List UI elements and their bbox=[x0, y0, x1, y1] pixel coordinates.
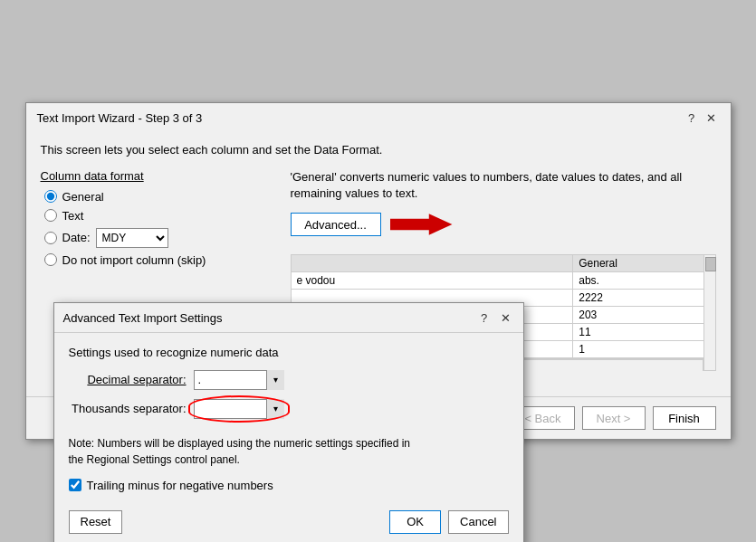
vertical-scrollbar[interactable] bbox=[703, 254, 716, 371]
general-description: 'General' converts numeric values to num… bbox=[291, 169, 716, 202]
adv-note: Note: Numbers will be displayed using th… bbox=[69, 435, 413, 468]
wizard-title: Text Import Wizard - Step 3 of 3 bbox=[37, 111, 203, 125]
date-label: Date: bbox=[62, 231, 91, 244]
ok-button[interactable]: OK bbox=[389, 510, 441, 534]
reset-button[interactable]: Reset bbox=[69, 510, 123, 534]
titlebar-controls: ? ✕ bbox=[684, 110, 720, 127]
next-button[interactable]: Next > bbox=[582, 406, 646, 430]
general-radio[interactable] bbox=[44, 190, 57, 203]
help-button[interactable]: ? bbox=[684, 110, 700, 127]
table-cell: 1 bbox=[573, 341, 715, 358]
radio-skip: Do not import column (skip) bbox=[44, 253, 276, 267]
thousands-separator-row: Thousands separator: ▾ bbox=[69, 399, 509, 419]
table-cell: 2222 bbox=[573, 290, 715, 307]
skip-label: Do not import column (skip) bbox=[62, 253, 206, 267]
adv-fields-section: Decimal separator: ▾ Thousands separator… bbox=[69, 370, 509, 428]
advanced-row: Advanced... bbox=[291, 211, 716, 238]
radio-date: Date: MDY DMY YMD MYD DYM YDM bbox=[44, 228, 276, 248]
scrollbar-thumb bbox=[705, 257, 716, 271]
close-button[interactable]: ✕ bbox=[703, 110, 720, 127]
table-cell: e vodou bbox=[291, 272, 573, 290]
trailing-minus-checkbox[interactable] bbox=[69, 479, 81, 491]
finish-button[interactable]: Finish bbox=[653, 406, 716, 430]
decimal-dropdown-btn[interactable]: ▾ bbox=[266, 370, 284, 390]
svg-marker-0 bbox=[390, 214, 452, 235]
trailing-minus-row: Trailing minus for negative numbers bbox=[69, 479, 509, 492]
adv-close-button[interactable]: ✕ bbox=[498, 310, 514, 327]
thousands-dropdown-btn[interactable]: ▾ bbox=[266, 399, 284, 419]
column-format-label: Column data format bbox=[41, 169, 276, 183]
text-radio[interactable] bbox=[44, 209, 57, 222]
adv-cancel-button[interactable]: Cancel bbox=[448, 510, 508, 534]
radio-group: General Text Date: MDY DMY YMD MYD bbox=[41, 190, 276, 267]
table-cell: 203 bbox=[573, 307, 715, 324]
radio-text: Text bbox=[44, 209, 276, 223]
red-arrow-icon bbox=[390, 211, 454, 238]
decimal-separator-label: Decimal separator: bbox=[69, 373, 187, 386]
decimal-separator-row: Decimal separator: ▾ bbox=[69, 370, 509, 390]
table-row: e vodou abs. bbox=[291, 272, 715, 290]
thousands-input-wrapper: ▾ bbox=[194, 399, 284, 419]
date-format-select[interactable]: MDY DMY YMD MYD DYM YDM bbox=[96, 228, 168, 248]
date-radio[interactable] bbox=[44, 232, 57, 244]
adv-titlebar: Advanced Text Import Settings ? ✕ bbox=[54, 303, 523, 333]
thousands-separator-label: Thousands separator: bbox=[69, 402, 187, 415]
col-header-blank bbox=[291, 255, 573, 272]
trailing-minus-label: Trailing minus for negative numbers bbox=[87, 479, 273, 492]
advanced-button[interactable]: Advanced... bbox=[291, 213, 381, 236]
skip-radio[interactable] bbox=[44, 253, 57, 266]
adv-help-button[interactable]: ? bbox=[476, 310, 493, 327]
text-label: Text bbox=[62, 209, 84, 223]
adv-titlebar-controls: ? ✕ bbox=[476, 310, 514, 327]
table-cell: 11 bbox=[573, 324, 715, 341]
decimal-input-wrapper: ▾ bbox=[194, 370, 284, 390]
wizard-titlebar: Text Import Wizard - Step 3 of 3 ? ✕ bbox=[26, 103, 731, 132]
table-cell: abs. bbox=[573, 272, 715, 290]
adv-section-label: Settings used to recognize numeric data bbox=[69, 346, 509, 359]
wizard-dialog: Text Import Wizard - Step 3 of 3 ? ✕ Thi… bbox=[25, 102, 732, 440]
adv-title: Advanced Text Import Settings bbox=[63, 311, 223, 325]
radio-general: General bbox=[44, 190, 276, 204]
adv-body: Settings used to recognize numeric data … bbox=[54, 333, 523, 542]
wizard-description: This screen lets you select each column … bbox=[41, 143, 716, 157]
advanced-dialog: Advanced Text Import Settings ? ✕ Settin… bbox=[53, 302, 524, 542]
general-label: General bbox=[62, 190, 104, 204]
adv-footer: Reset OK Cancel bbox=[69, 505, 509, 534]
col-header-general: General bbox=[573, 255, 715, 272]
